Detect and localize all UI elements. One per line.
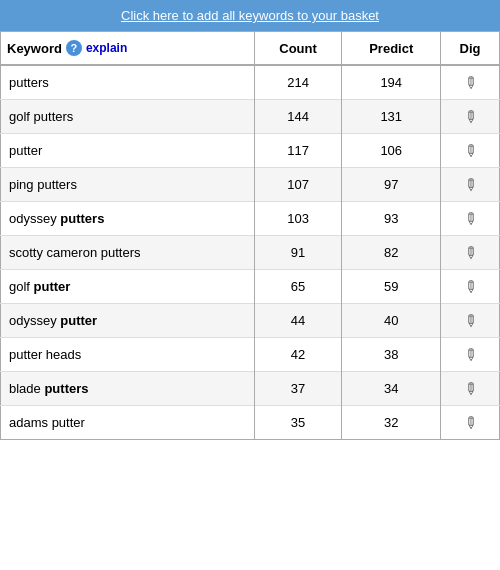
count-cell: 65 <box>254 270 342 304</box>
header-keyword: Keyword ? explain <box>1 32 255 66</box>
dig-icon[interactable]: ✎ <box>459 71 482 94</box>
keyword-cell: putters <box>1 65 255 100</box>
dig-icon[interactable]: ✎ <box>459 105 482 128</box>
predict-cell: 32 <box>342 406 441 440</box>
dig-icon[interactable]: ✎ <box>459 309 482 332</box>
predict-cell: 82 <box>342 236 441 270</box>
keyword-cell: adams putter <box>1 406 255 440</box>
dig-cell[interactable]: ✎ <box>441 236 500 270</box>
dig-icon[interactable]: ✎ <box>459 377 482 400</box>
table-row: putters214194✎ <box>1 65 500 100</box>
keyword-cell: golf putter <box>1 270 255 304</box>
dig-icon[interactable]: ✎ <box>459 411 482 434</box>
table-row: odyssey putters10393✎ <box>1 202 500 236</box>
predict-cell: 93 <box>342 202 441 236</box>
dig-icon[interactable]: ✎ <box>459 343 482 366</box>
dig-cell[interactable]: ✎ <box>441 202 500 236</box>
table-row: golf putters144131✎ <box>1 100 500 134</box>
predict-cell: 34 <box>342 372 441 406</box>
predict-cell: 194 <box>342 65 441 100</box>
keyword-cell: odyssey putter <box>1 304 255 338</box>
keyword-cell: scotty cameron putters <box>1 236 255 270</box>
keywords-table: Keyword ? explain Count Predict Dig putt… <box>0 31 500 440</box>
dig-cell[interactable]: ✎ <box>441 304 500 338</box>
table-row: putter heads4238✎ <box>1 338 500 372</box>
dig-icon[interactable]: ✎ <box>459 207 482 230</box>
dig-icon[interactable]: ✎ <box>459 241 482 264</box>
table-row: golf putter6559✎ <box>1 270 500 304</box>
explain-link[interactable]: explain <box>86 41 127 55</box>
count-cell: 107 <box>254 168 342 202</box>
keyword-cell: golf putters <box>1 100 255 134</box>
header-predict: Predict <box>342 32 441 66</box>
predict-cell: 131 <box>342 100 441 134</box>
count-cell: 42 <box>254 338 342 372</box>
dig-cell[interactable]: ✎ <box>441 100 500 134</box>
predict-cell: 40 <box>342 304 441 338</box>
keyword-cell: putter <box>1 134 255 168</box>
count-cell: 35 <box>254 406 342 440</box>
count-cell: 144 <box>254 100 342 134</box>
dig-cell[interactable]: ✎ <box>441 338 500 372</box>
table-row: scotty cameron putters9182✎ <box>1 236 500 270</box>
dig-icon[interactable]: ✎ <box>459 139 482 162</box>
keyword-cell: ping putters <box>1 168 255 202</box>
add-all-banner[interactable]: Click here to add all keywords to your b… <box>0 0 500 31</box>
dig-icon[interactable]: ✎ <box>459 173 482 196</box>
dig-cell[interactable]: ✎ <box>441 134 500 168</box>
header-count: Count <box>254 32 342 66</box>
count-cell: 103 <box>254 202 342 236</box>
table-row: putter117106✎ <box>1 134 500 168</box>
table-header-row: Keyword ? explain Count Predict Dig <box>1 32 500 66</box>
keyword-cell: odyssey putters <box>1 202 255 236</box>
table-row: blade putters3734✎ <box>1 372 500 406</box>
keyword-cell: blade putters <box>1 372 255 406</box>
header-dig: Dig <box>441 32 500 66</box>
dig-cell[interactable]: ✎ <box>441 406 500 440</box>
table-row: odyssey putter4440✎ <box>1 304 500 338</box>
help-icon[interactable]: ? <box>66 40 82 56</box>
count-cell: 91 <box>254 236 342 270</box>
count-cell: 214 <box>254 65 342 100</box>
dig-icon[interactable]: ✎ <box>459 275 482 298</box>
table-row: ping putters10797✎ <box>1 168 500 202</box>
count-cell: 117 <box>254 134 342 168</box>
dig-cell[interactable]: ✎ <box>441 270 500 304</box>
predict-cell: 106 <box>342 134 441 168</box>
count-cell: 37 <box>254 372 342 406</box>
predict-cell: 38 <box>342 338 441 372</box>
dig-cell[interactable]: ✎ <box>441 168 500 202</box>
predict-cell: 97 <box>342 168 441 202</box>
count-cell: 44 <box>254 304 342 338</box>
predict-cell: 59 <box>342 270 441 304</box>
keyword-label: Keyword <box>7 41 62 56</box>
keyword-cell: putter heads <box>1 338 255 372</box>
dig-cell[interactable]: ✎ <box>441 65 500 100</box>
table-row: adams putter3532✎ <box>1 406 500 440</box>
dig-cell[interactable]: ✎ <box>441 372 500 406</box>
